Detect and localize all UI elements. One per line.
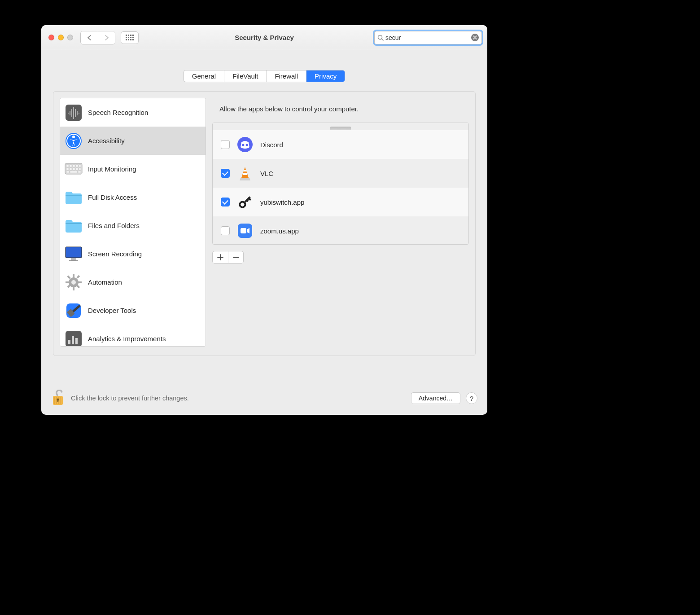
svg-rect-72 xyxy=(241,228,246,233)
sidebar-item-full-disk-access[interactable]: Full Disk Access xyxy=(60,183,206,211)
svg-rect-49 xyxy=(78,281,82,283)
add-app-button[interactable] xyxy=(213,251,228,263)
svg-rect-60 xyxy=(72,336,74,344)
sidebar-item-label: Input Monitoring xyxy=(88,165,136,173)
svg-rect-40 xyxy=(66,223,82,224)
x-icon xyxy=(473,35,477,40)
hammer-icon xyxy=(65,302,83,320)
vlc-icon xyxy=(237,165,253,181)
help-button[interactable]: ? xyxy=(466,392,477,404)
sidebar-item-input-monitoring[interactable]: Input Monitoring xyxy=(60,155,206,183)
svg-rect-26 xyxy=(66,165,69,167)
svg-rect-28 xyxy=(73,165,75,167)
svg-point-63 xyxy=(242,144,245,146)
svg-line-13 xyxy=(382,39,384,40)
minimize-button[interactable] xyxy=(58,35,64,40)
svg-rect-35 xyxy=(79,168,81,170)
svg-rect-44 xyxy=(69,260,78,261)
sidebar-item-analytics[interactable]: Analytics & Improvements xyxy=(60,325,206,347)
svg-rect-50 xyxy=(67,275,70,279)
privacy-panel: Speech Recognition Accessibility Input M… xyxy=(53,91,476,356)
folder-icon xyxy=(65,217,83,235)
plus-icon xyxy=(217,254,223,260)
remove-app-button[interactable] xyxy=(228,251,243,263)
svg-rect-66 xyxy=(243,173,247,175)
add-remove-buttons xyxy=(212,251,244,264)
svg-rect-48 xyxy=(66,281,69,283)
search-clear-button[interactable] xyxy=(471,34,479,41)
svg-rect-5 xyxy=(128,37,129,38)
tab-general[interactable]: General xyxy=(184,70,224,82)
show-all-button[interactable] xyxy=(121,31,139,44)
advanced-button[interactable]: Advanced… xyxy=(411,392,460,404)
discord-icon xyxy=(237,136,253,153)
svg-rect-52 xyxy=(76,275,80,278)
app-checkbox[interactable] xyxy=(221,226,230,235)
accessibility-icon xyxy=(65,132,83,150)
svg-point-24 xyxy=(72,136,75,138)
app-name: VLC xyxy=(260,170,273,177)
monitor-icon xyxy=(65,245,83,263)
sidebar-item-files-and-folders[interactable]: Files and Folders xyxy=(60,211,206,240)
svg-rect-43 xyxy=(71,258,76,260)
app-row[interactable]: Discord xyxy=(213,130,468,159)
footer: Click the lock to prevent further change… xyxy=(41,390,487,407)
sidebar-item-accessibility[interactable]: Accessibility xyxy=(60,127,206,155)
sidebar-item-label: Automation xyxy=(88,278,122,286)
app-name: yubiswitch.app xyxy=(260,198,304,206)
app-checkbox[interactable] xyxy=(221,169,230,178)
sidebar-item-label: Full Disk Access xyxy=(88,193,137,201)
svg-rect-8 xyxy=(126,39,127,40)
svg-rect-65 xyxy=(244,170,246,171)
svg-rect-59 xyxy=(68,340,70,344)
sidebar-item-label: Files and Folders xyxy=(88,222,140,229)
svg-rect-7 xyxy=(132,37,134,38)
forward-button[interactable] xyxy=(98,31,115,44)
sidebar-item-developer-tools[interactable]: Developer Tools xyxy=(60,296,206,325)
svg-rect-6 xyxy=(130,37,131,38)
grid-icon xyxy=(126,35,134,41)
svg-rect-1 xyxy=(128,35,129,36)
svg-rect-39 xyxy=(66,195,82,196)
tab-filevault[interactable]: FileVault xyxy=(224,70,267,82)
app-row[interactable]: zoom.us.app xyxy=(213,216,468,245)
search-input[interactable] xyxy=(384,34,471,41)
app-checkbox[interactable] xyxy=(221,140,230,149)
window-controls xyxy=(48,35,73,40)
tab-privacy[interactable]: Privacy xyxy=(306,70,345,82)
app-checkbox[interactable] xyxy=(221,198,230,206)
close-button[interactable] xyxy=(48,35,54,40)
search-icon xyxy=(377,35,384,41)
app-row[interactable]: yubiswitch.app xyxy=(213,188,468,216)
chevron-left-icon xyxy=(87,35,92,40)
minus-icon xyxy=(233,254,239,260)
tab-firewall[interactable]: Firewall xyxy=(267,70,306,82)
titlebar: Security & Privacy xyxy=(41,25,487,50)
svg-rect-11 xyxy=(132,39,134,40)
svg-rect-32 xyxy=(70,168,72,170)
svg-rect-33 xyxy=(73,168,75,170)
sidebar-item-automation[interactable]: Automation xyxy=(60,268,206,296)
svg-rect-9 xyxy=(128,39,129,40)
app-row[interactable]: VLC xyxy=(213,159,468,188)
analytics-icon xyxy=(65,330,83,347)
sidebar-item-speech-recognition[interactable]: Speech Recognition xyxy=(60,98,206,127)
svg-rect-79 xyxy=(57,400,58,402)
svg-rect-3 xyxy=(132,35,134,36)
svg-rect-37 xyxy=(70,171,77,173)
lock-icon[interactable] xyxy=(51,390,65,407)
app-row-partial xyxy=(213,123,468,130)
privacy-category-list[interactable]: Speech Recognition Accessibility Input M… xyxy=(60,98,206,347)
sidebar-item-label: Speech Recognition xyxy=(88,109,148,116)
search-field[interactable] xyxy=(374,31,482,44)
back-button[interactable] xyxy=(81,31,98,44)
svg-rect-0 xyxy=(126,35,127,36)
svg-rect-29 xyxy=(76,165,78,167)
svg-rect-10 xyxy=(130,39,131,40)
app-list[interactable]: Discord VLC yubiswitch.a xyxy=(212,123,469,245)
gear-icon xyxy=(65,273,83,291)
chevron-right-icon xyxy=(105,35,109,40)
zoom-button[interactable] xyxy=(67,35,73,40)
sidebar-item-screen-recording[interactable]: Screen Recording xyxy=(60,240,206,268)
privacy-description: Allow the apps below to control your com… xyxy=(212,98,469,123)
